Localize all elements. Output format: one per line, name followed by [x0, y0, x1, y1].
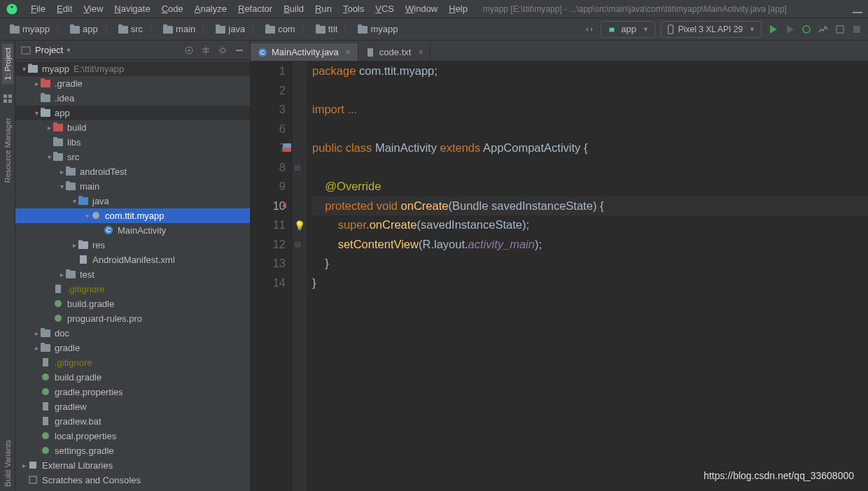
close-icon[interactable]: ×	[346, 48, 351, 57]
tree-arrow-icon[interactable]: ▸	[57, 271, 66, 278]
tree-row[interactable]: .idea	[15, 91, 250, 106]
line-number[interactable]: 3	[251, 100, 286, 120]
menu-tools[interactable]: Tools	[337, 2, 370, 15]
project-tree[interactable]: ▾myappE:\ttit\myapp▸.gradle.idea▾app▸bui…	[15, 60, 250, 491]
line-number[interactable]: 8	[251, 158, 286, 178]
tree-arrow-icon[interactable]: ▾	[83, 212, 91, 220]
breadcrumb-item[interactable]: ttit	[312, 22, 342, 36]
apply-changes-icon[interactable]	[784, 24, 795, 35]
tree-row[interactable]: ▾java	[15, 194, 250, 208]
tree-row[interactable]: proguard-rules.pro	[15, 311, 250, 326]
line-number[interactable]: 14	[251, 273, 286, 293]
breadcrumb-item[interactable]: java	[211, 22, 249, 36]
fold-minus-icon[interactable]: ⊟	[295, 235, 300, 255]
menu-edit[interactable]: Edit	[51, 2, 78, 15]
tree-row[interactable]: local.properties	[15, 429, 250, 443]
project-tool-tab[interactable]: 1: Project	[2, 43, 13, 84]
breadcrumb-item[interactable]: app	[66, 22, 102, 36]
settings-gear-icon[interactable]	[218, 45, 227, 55]
line-number[interactable]: 1	[251, 62, 286, 81]
tree-row[interactable]: .gitignore	[15, 355, 250, 370]
profiler-icon[interactable]	[818, 24, 829, 35]
tree-row[interactable]: gradle.properties	[15, 385, 250, 399]
tree-row[interactable]: CMainActivity	[15, 223, 250, 238]
tree-arrow-icon[interactable]: ▾	[70, 197, 78, 205]
stop-icon[interactable]	[851, 24, 862, 35]
breadcrumb-item[interactable]: myapp	[354, 22, 402, 36]
tree-arrow-icon[interactable]: ▾	[45, 153, 53, 161]
line-number[interactable]: 11	[251, 215, 286, 235]
run-config-selector[interactable]: app ▼	[601, 21, 655, 38]
run-icon[interactable]	[767, 24, 778, 35]
select-opened-icon[interactable]	[184, 45, 194, 55]
code-area[interactable]: package com.ttit.myapp; import ... publi…	[307, 62, 868, 491]
tree-arrow-icon[interactable]: ▸	[32, 344, 41, 352]
breadcrumb-item[interactable]: myapp	[6, 22, 54, 36]
menu-help[interactable]: Help	[443, 2, 473, 15]
tree-arrow-icon[interactable]: ▾	[57, 183, 66, 190]
tree-row[interactable]: ▾myappE:\ttit\myapp	[15, 62, 250, 76]
menu-analyze[interactable]: Analyze	[189, 2, 232, 15]
tree-row[interactable]: libs	[15, 135, 250, 150]
editor-tab[interactable]: CMainActivity.java×	[251, 43, 358, 61]
resource-manager-icon[interactable]	[3, 94, 13, 104]
tree-row[interactable]: ▸res	[15, 238, 250, 252]
tree-arrow-icon[interactable]: ▸	[32, 80, 41, 87]
minimize-icon[interactable]	[853, 4, 862, 14]
tree-arrow-icon[interactable]: ▸	[45, 124, 53, 131]
editor-tab[interactable]: code.txt×	[358, 43, 431, 61]
tree-row[interactable]: build.gradle	[15, 370, 250, 385]
breadcrumb-item[interactable]: src	[114, 22, 147, 36]
project-view-icon[interactable]	[21, 45, 31, 55]
tree-row[interactable]: .gitignore	[15, 282, 250, 297]
tree-arrow-icon[interactable]: ▸	[32, 329, 41, 337]
menu-run[interactable]: Run	[309, 2, 337, 15]
editor-body[interactable]: 12367891011121314 ⊟ ⊟ 💡 package com.ttit…	[251, 62, 868, 491]
line-number[interactable]: 10	[251, 197, 286, 216]
line-number[interactable]: 6	[251, 120, 286, 139]
tree-arrow-icon[interactable]: ▸	[70, 241, 78, 249]
tree-row[interactable]: ▾src	[15, 150, 250, 164]
device-selector[interactable]: Pixel 3 XL API 29 ▼	[661, 21, 762, 38]
hide-panel-icon[interactable]	[234, 45, 244, 55]
menu-view[interactable]: View	[78, 2, 108, 15]
tree-arrow-icon[interactable]: ▾	[32, 109, 41, 117]
breadcrumb-item[interactable]: main	[159, 22, 200, 36]
tree-arrow-icon[interactable]: ▸	[57, 168, 66, 176]
tree-row[interactable]: ▾app	[15, 106, 250, 120]
tree-row[interactable]: ▸.gradle	[15, 76, 250, 91]
tree-row[interactable]: ▸External Libraries	[15, 458, 250, 473]
resource-manager-tab[interactable]: Resource Manager	[2, 113, 13, 187]
expand-all-icon[interactable]	[201, 45, 211, 55]
tree-row[interactable]: ▸build	[15, 120, 250, 135]
menu-vcs[interactable]: VCS	[370, 2, 400, 15]
tree-row[interactable]: AndroidManifest.xml	[15, 252, 250, 267]
menu-code[interactable]: Code	[156, 2, 189, 15]
menu-file[interactable]: File	[25, 2, 51, 15]
menu-navigate[interactable]: Navigate	[108, 2, 155, 15]
tree-arrow-icon[interactable]: ▾	[20, 65, 28, 73]
menu-window[interactable]: Window	[400, 2, 443, 15]
debug-icon[interactable]	[801, 24, 812, 35]
tree-row[interactable]: ▸androidTest	[15, 164, 250, 179]
class-run-icon[interactable]	[283, 138, 291, 158]
close-icon[interactable]: ×	[418, 48, 423, 57]
tree-row[interactable]: ▾main	[15, 179, 250, 194]
tree-row[interactable]: settings.gradle	[15, 443, 250, 458]
menu-refactor[interactable]: Refactor	[232, 2, 278, 15]
breadcrumb-item[interactable]: com	[261, 22, 300, 36]
tree-row[interactable]: ▸doc	[15, 326, 250, 341]
tree-arrow-icon[interactable]: ▸	[20, 462, 28, 469]
tree-row[interactable]: build.gradle	[15, 297, 250, 311]
tree-row[interactable]: ▾com.ttit.myapp	[15, 208, 250, 223]
line-number[interactable]: 13	[251, 254, 286, 273]
line-number[interactable]: 2	[251, 81, 286, 101]
override-icon[interactable]	[281, 196, 291, 215]
tree-row[interactable]: ▸test	[15, 267, 250, 282]
line-number[interactable]: 7	[251, 138, 286, 158]
line-number[interactable]: 12	[251, 235, 286, 255]
tree-row[interactable]: gradlew	[15, 399, 250, 414]
chevron-down-icon[interactable]: ▼	[65, 47, 71, 54]
intention-bulb-icon[interactable]: 💡	[294, 216, 305, 236]
sync-gradle-icon[interactable]	[584, 24, 595, 35]
